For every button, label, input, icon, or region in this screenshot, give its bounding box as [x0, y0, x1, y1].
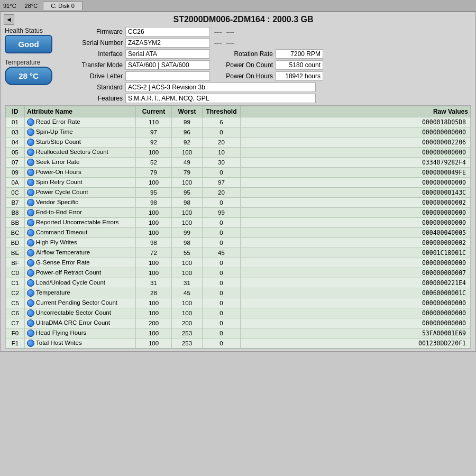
cell-current: 92 — [136, 138, 172, 148]
cell-worst: 79 — [172, 168, 203, 178]
status-dot-icon — [27, 249, 34, 257]
cell-id: 01 — [6, 117, 25, 127]
cell-raw: 000000000000 — [241, 148, 471, 158]
health-status-label: Health Status — [5, 27, 58, 34]
cell-id: C6 — [6, 308, 25, 318]
drive-letter-value[interactable] — [125, 71, 210, 81]
cell-worst: 45 — [172, 288, 203, 298]
cell-threshold: 20 — [203, 188, 241, 198]
serial-label: Serial Number — [62, 39, 125, 47]
status-dot-icon — [27, 340, 34, 347]
table-row: 09 Power-On Hours 79 79 0 0000000049FE — [6, 168, 471, 178]
transfer-label: Transfer Mode — [62, 61, 125, 69]
table-row: 07 Seek Error Rate 52 49 30 0334079282F4 — [6, 158, 471, 168]
col-header-worst: Worst — [172, 106, 203, 117]
status-dot-icon — [27, 169, 34, 176]
cell-threshold: 30 — [203, 158, 241, 168]
table-row: BF G-Sense Error Rate 100 100 0 00000000… — [6, 258, 471, 268]
cell-current: 100 — [136, 308, 172, 318]
features-value[interactable] — [125, 94, 316, 103]
firmware-label: Firmware — [62, 28, 125, 35]
cell-worst: 92 — [172, 138, 203, 148]
cell-worst: 98 — [172, 238, 203, 248]
cell-id: 04 — [6, 138, 25, 148]
cell-name: Power-On Hours — [25, 168, 136, 178]
power-on-hours-label: Power On Hours — [217, 72, 276, 80]
cell-raw: 000000000000 — [241, 318, 471, 328]
col-header-id: ID — [6, 106, 25, 117]
cell-name: Total Host Writes — [25, 338, 136, 349]
cell-raw: 0000000049FE — [241, 168, 471, 178]
cell-threshold: 6 — [203, 117, 241, 127]
cell-raw: 000000000002 — [241, 238, 471, 248]
tab-label[interactable]: C: Disk 0 — [43, 1, 83, 10]
table-row: C7 UltraDMA CRC Error Count 200 200 0 00… — [6, 318, 471, 328]
power-on-count-value[interactable] — [276, 60, 323, 70]
cell-current: 95 — [136, 188, 172, 198]
cell-raw: 00000000143C — [241, 188, 471, 198]
cell-name: Power Cycle Count — [25, 188, 136, 198]
cell-worst: 99 — [172, 228, 203, 238]
serial-value[interactable] — [125, 38, 210, 48]
status-dot-icon — [27, 319, 34, 327]
cell-worst: 95 — [172, 188, 203, 198]
cell-threshold: 0 — [203, 278, 241, 288]
firmware-value[interactable] — [125, 27, 210, 36]
cell-raw: 000400040005 — [241, 228, 471, 238]
interface-label: Interface — [62, 50, 125, 58]
cell-raw: 000000000007 — [241, 268, 471, 278]
cell-raw: 000000002206 — [241, 138, 471, 148]
standard-value[interactable] — [125, 83, 316, 92]
cell-id: BC — [6, 228, 25, 238]
top-bar: 91°C 28°C C: Disk 0 — [0, 0, 476, 12]
cell-worst: 96 — [172, 127, 203, 138]
cell-raw: 000000000002 — [241, 198, 471, 208]
rotation-value[interactable] — [276, 49, 323, 59]
status-dot-icon — [27, 159, 34, 166]
status-dot-icon — [27, 289, 34, 297]
cell-name: End-to-End Error — [25, 208, 136, 218]
cell-current: 100 — [136, 178, 172, 188]
status-dot-icon — [27, 269, 34, 277]
cell-raw: 0000018D05D8 — [241, 117, 471, 127]
cell-raw: 000000000000 — [241, 298, 471, 308]
cell-current: 100 — [136, 218, 172, 228]
cell-current: 100 — [136, 258, 172, 268]
cell-worst: 55 — [172, 248, 203, 258]
cell-id: 09 — [6, 168, 25, 178]
status-dot-icon — [27, 209, 34, 216]
transfer-value[interactable] — [125, 60, 210, 70]
cell-id: B7 — [6, 198, 25, 208]
power-on-hours-value[interactable] — [276, 71, 323, 81]
table-row: BC Command Timeout 100 99 0 000400040005 — [6, 228, 471, 238]
table-row: B8 End-to-End Error 100 100 99 000000000… — [6, 208, 471, 218]
table-row: BD High Fly Writes 98 98 0 000000000002 — [6, 238, 471, 248]
cell-name: Power-off Retract Count — [25, 268, 136, 278]
cell-threshold: 0 — [203, 338, 241, 349]
cell-name: Start/Stop Count — [25, 138, 136, 148]
cell-raw: 0000000221E4 — [241, 278, 471, 288]
cell-threshold: 0 — [203, 168, 241, 178]
cell-id: B8 — [6, 208, 25, 218]
cell-current: 98 — [136, 198, 172, 208]
cell-threshold: 0 — [203, 328, 241, 338]
interface-value[interactable] — [125, 49, 210, 59]
cell-current: 52 — [136, 158, 172, 168]
status-dot-icon — [27, 129, 34, 136]
status-dot-icon — [27, 259, 34, 267]
table-row: 03 Spin-Up Time 97 96 0 000000000000 — [6, 127, 471, 138]
cell-id: 0C — [6, 188, 25, 198]
cell-worst: 100 — [172, 208, 203, 218]
temp-left: 91°C — [3, 3, 16, 9]
cell-worst: 253 — [172, 328, 203, 338]
cell-id: F1 — [6, 338, 25, 349]
cell-id: C5 — [6, 298, 25, 308]
cell-current: 100 — [136, 208, 172, 218]
cell-threshold: 0 — [203, 218, 241, 228]
status-dot-icon — [27, 279, 34, 287]
cell-current: 110 — [136, 117, 172, 127]
cell-raw: 000000000000 — [241, 308, 471, 318]
table-row: BE Airflow Temperature 72 55 45 00001C18… — [6, 248, 471, 258]
nav-back-button[interactable]: ◄ — [4, 14, 14, 25]
cell-threshold: 0 — [203, 198, 241, 208]
